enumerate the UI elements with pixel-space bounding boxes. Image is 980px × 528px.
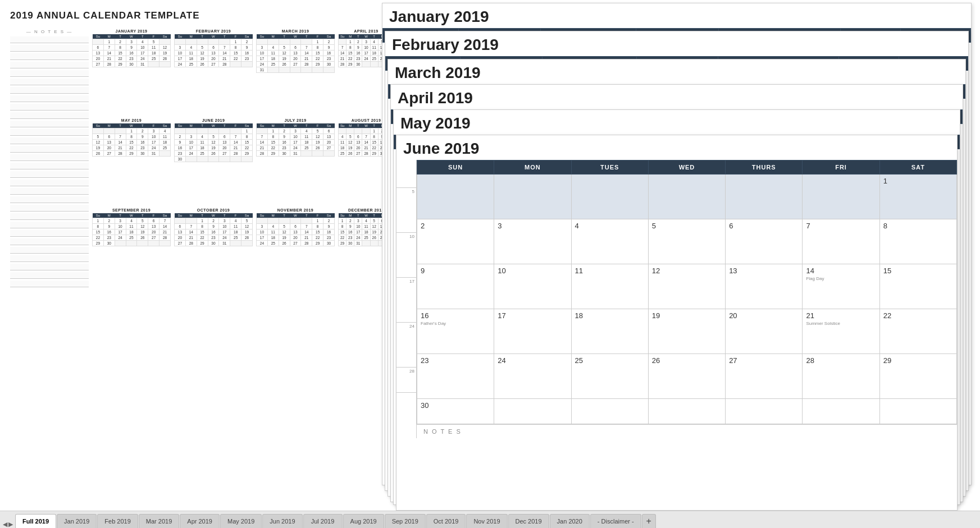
- mini-cal-1: FEBRUARY 2019SuMTWTFSa123456789101112131…: [174, 29, 253, 112]
- tab-sep-2019[interactable]: Sep 2019: [385, 514, 426, 528]
- tab-jul-2019[interactable]: Jul 2019: [303, 514, 343, 528]
- jun-day-5-2: [571, 399, 648, 424]
- tab-nov-2019[interactable]: Nov 2019: [466, 514, 507, 528]
- jun-title: June 2019: [396, 135, 957, 160]
- jun-day-3-3: 19: [648, 309, 725, 354]
- jun-day-2-3: 12: [648, 264, 725, 309]
- tab---disclaimer--[interactable]: - Disclaimer -: [590, 514, 641, 528]
- jun-side-label-2: 10: [396, 233, 416, 278]
- jun-day-5-5: [803, 399, 879, 424]
- jun-day-2-4: 13: [726, 264, 803, 309]
- jun-week-4: 23242526272829: [417, 354, 957, 399]
- jun-day-0-3: [648, 175, 725, 219]
- jun-day-3-2: 18: [571, 309, 648, 354]
- fathers-day-label: Father's Day: [421, 321, 490, 326]
- mini-cal-6: JULY 2019SuMTWTFSa1234567891011121314151…: [256, 118, 335, 201]
- jun-day-1-0: 2: [417, 219, 494, 264]
- mini-cal-10: NOVEMBER 2019SuMTWTFSa123456789101112131…: [256, 208, 335, 285]
- jun-side: 510172428: [396, 160, 417, 438]
- mini-cal-4: MAY 2019SuMTWTFSa12345678910111213141516…: [92, 118, 171, 201]
- jun-col-tues: TUES: [571, 160, 648, 175]
- jun-col-thurs: THURS: [726, 160, 803, 175]
- mini-cal-0: JANUARY 2019SuMTWTFSa1234567891011121314…: [92, 29, 171, 112]
- jun-day-2-5: 14Flag Day: [803, 264, 879, 309]
- add-sheet-button[interactable]: +: [642, 514, 656, 528]
- jun-day-4-6: 29: [879, 354, 956, 399]
- jun-col-wed: WED: [648, 160, 725, 175]
- jun-week-2: 91011121314Flag Day15: [417, 264, 957, 309]
- mini-cal-9: OCTOBER 2019SuMTWTFSa1234567891011121314…: [174, 208, 253, 285]
- mini-calendars-grid: JANUARY 2019SuMTWTFSa1234567891011121314…: [10, 29, 361, 292]
- tab-dec-2019[interactable]: Dec 2019: [508, 514, 549, 528]
- jan-title: January 2019: [382, 3, 971, 28]
- jun-side-label-5: 28: [396, 368, 416, 393]
- jun-day-4-2: 25: [571, 354, 648, 399]
- right-panel: January 2019 SUN MON TUES WED THURS FRI …: [371, 0, 980, 511]
- tab-scroll-left[interactable]: ◀: [3, 521, 7, 528]
- jun-day-4-5: 28: [803, 354, 879, 399]
- jun-day-3-6: 22: [879, 309, 956, 354]
- jun-week-0: 1: [417, 175, 957, 219]
- jun-day-5-4: [726, 399, 803, 424]
- mini-cal-8: SEPTEMBER 2019SuMTWTFSa12345678910111213…: [92, 208, 171, 285]
- jun-day-0-6: 1: [879, 175, 956, 219]
- jun-main: 510172428 SUNMONTUESWEDTHURSFRISAT 12345…: [396, 160, 957, 438]
- jun-day-3-0: 16Father's Day: [417, 309, 494, 354]
- jun-day-5-0: 30: [417, 399, 494, 424]
- jun-week-5: 30: [417, 399, 957, 424]
- jun-day-1-5: 7: [803, 219, 879, 264]
- jun-side-label-3: 17: [396, 278, 416, 323]
- jun-col-fri: FRI: [803, 160, 879, 175]
- tab-feb-2019[interactable]: Feb 2019: [97, 514, 138, 528]
- apr-title: April 2019: [391, 85, 963, 109]
- tab-mar-2019[interactable]: Mar 2019: [139, 514, 179, 528]
- main-area: 2019 ANNUAL CALENDAR TEMPLATE JANUARY 20…: [0, 0, 980, 511]
- jun-content: SUNMONTUESWEDTHURSFRISAT 123456789101112…: [417, 160, 957, 438]
- annual-title: 2019 ANNUAL CALENDAR TEMPLATE: [10, 10, 361, 21]
- jun-week-3: 16Father's Day1718192021Summer Solstice2…: [417, 309, 957, 354]
- jun-day-2-1: 10: [494, 264, 571, 309]
- jun-day-3-1: 17: [494, 309, 571, 354]
- tab-apr-2019[interactable]: Apr 2019: [180, 514, 220, 528]
- jun-sheet: June 2019 510172428 SUNMONTUESWEDTHURSFR…: [396, 135, 958, 511]
- left-panel: 2019 ANNUAL CALENDAR TEMPLATE JANUARY 20…: [0, 0, 371, 511]
- jun-day-1-6: 8: [879, 219, 956, 264]
- jun-day-4-3: 26: [648, 354, 725, 399]
- tab-jan-2020[interactable]: Jan 2020: [550, 514, 590, 528]
- jun-day-5-3: [648, 399, 725, 424]
- tab-scroll-right[interactable]: ▶: [8, 521, 13, 528]
- jun-side-label-0: [396, 160, 416, 188]
- mar-title: March 2019: [388, 59, 965, 84]
- feb-title: February 2019: [385, 31, 968, 56]
- jun-day-3-5: 21Summer Solstice: [803, 309, 879, 354]
- jun-col-sun: SUN: [417, 160, 494, 175]
- jun-day-1-2: 4: [571, 219, 648, 264]
- jun-day-1-3: 5: [648, 219, 725, 264]
- jun-day-0-2: [571, 175, 648, 219]
- jun-day-0-5: [803, 175, 879, 219]
- jun-col-sat: SAT: [879, 160, 956, 175]
- jun-notes: N O T E S: [417, 424, 957, 438]
- jun-day-4-0: 23: [417, 354, 494, 399]
- jun-day-5-1: [494, 399, 571, 424]
- tab-oct-2019[interactable]: Oct 2019: [426, 514, 466, 528]
- jun-day-2-6: 15: [879, 264, 956, 309]
- jun-day-0-4: [726, 175, 803, 219]
- jun-side-label-4: 24: [396, 323, 416, 368]
- holiday-label-2-5: Flag Day: [806, 276, 876, 281]
- tab-bar: ◀▶Full 2019Jan 2019Feb 2019Mar 2019Apr 2…: [0, 511, 980, 528]
- tab-aug-2019[interactable]: Aug 2019: [343, 514, 384, 528]
- jun-day-1-4: 6: [726, 219, 803, 264]
- jun-day-0-0: [417, 175, 494, 219]
- tab-jan-2019[interactable]: Jan 2019: [57, 514, 97, 528]
- jun-week-1: 2345678: [417, 219, 957, 264]
- jun-day-3-4: 20: [726, 309, 803, 354]
- tab-jun-2019[interactable]: Jun 2019: [262, 514, 302, 528]
- notes-mini-col: — N O T E S —: [10, 29, 89, 287]
- mini-cal-2: MARCH 2019SuMTWTFSa123456789101112131415…: [256, 29, 335, 112]
- jun-day-4-4: 27: [726, 354, 803, 399]
- tab-full-2019[interactable]: Full 2019: [15, 514, 56, 528]
- tab-may-2019[interactable]: May 2019: [220, 514, 262, 528]
- mini-cal-5: JUNE 2019SuMTWTFSa1234567891011121314151…: [174, 118, 253, 201]
- jun-day-2-2: 11: [571, 264, 648, 309]
